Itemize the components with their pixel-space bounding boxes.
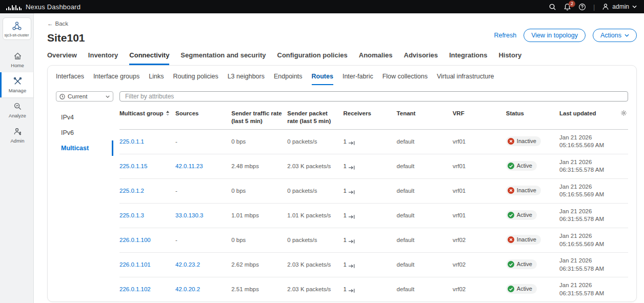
column-header-tenant: Tenant — [397, 108, 453, 129]
column-settings-gear-icon[interactable] — [620, 110, 627, 116]
user-menu[interactable]: admin — [602, 3, 637, 10]
multicast-group-link[interactable]: 225.0.1.3 — [119, 212, 171, 220]
vrf-cell: vrf01 — [453, 154, 506, 178]
tenant-cell: default — [397, 277, 453, 302]
tab-history[interactable]: History — [498, 51, 521, 65]
vrf-cell: vrf01 — [453, 178, 506, 203]
status-badge: Active — [506, 284, 537, 294]
subtab-interface-groups[interactable]: Interface groups — [93, 73, 139, 85]
subtab-routes[interactable]: Routes — [312, 73, 333, 85]
subtab-virtual-infrastructure[interactable]: Virtual infrastructure — [437, 73, 494, 85]
help-icon[interactable] — [578, 3, 586, 11]
sources-cell[interactable]: 42.0.23.2 — [175, 253, 231, 277]
receivers-count: 1 — [343, 187, 346, 195]
status-badge: Inactive — [506, 136, 541, 146]
multicast-group-link[interactable]: 225.0.1.2 — [119, 187, 171, 195]
subtab-links[interactable]: Links — [149, 73, 164, 85]
multicast-group-link[interactable]: 226.0.1.101 — [119, 261, 171, 269]
sort-icon[interactable] — [166, 111, 169, 116]
sources-cell[interactable]: - — [175, 129, 231, 154]
last-updated-line: Jan 21 2026 — [559, 134, 611, 142]
route-type-ipv6[interactable]: IPv6 — [56, 125, 113, 140]
column-header-sender-traffic-rate: Sender traffic rate (last 5 min) — [231, 108, 287, 129]
receivers-arrow-icon — [348, 165, 356, 170]
sidebar-item-analyze[interactable]: Analyze — [0, 97, 33, 123]
sender-traffic-rate: 0 bps — [231, 178, 287, 203]
chevron-down-icon — [632, 5, 637, 8]
subtab-l3-neighbors[interactable]: L3 neighbors — [228, 73, 265, 85]
sources-cell[interactable]: 33.0.130.3 — [175, 203, 231, 228]
multicast-group-link[interactable]: 226.0.1.102 — [119, 286, 171, 294]
tab-segmentation-security[interactable]: Segmentation and security — [180, 51, 266, 65]
table-row: 225.0.1.2 - 0 bps 0 packets/s 1 default … — [119, 178, 628, 203]
sidebar-item-manage[interactable]: Manage — [0, 72, 33, 97]
tab-overview[interactable]: Overview — [47, 51, 77, 65]
status-label: Active — [517, 260, 532, 268]
sender-traffic-rate: 0 bps — [231, 228, 287, 253]
actions-button[interactable]: Actions — [593, 29, 637, 42]
tab-inventory[interactable]: Inventory — [88, 51, 118, 65]
sidebar-item-admin[interactable]: Admin — [0, 123, 33, 148]
table-row: 225.0.1.3 33.0.130.3 1.01 mbps 1.01 K pa… — [119, 203, 628, 228]
last-updated-line: Jan 21 2026 — [559, 281, 611, 290]
subtab-routing-policies[interactable]: Routing policies — [173, 73, 218, 85]
route-type-ipv4[interactable]: IPv4 — [56, 110, 113, 125]
sources-cell[interactable]: - — [175, 228, 231, 253]
filter-input[interactable] — [119, 91, 628, 102]
column-header-multicast-group: Multicast group — [119, 110, 164, 117]
sender-packet-rate: 2.03 K packets/s — [287, 253, 343, 277]
sidebar-item-home[interactable]: Home — [0, 47, 33, 72]
user-name: admin — [612, 3, 629, 10]
time-range-dropdown[interactable]: Current — [56, 91, 113, 102]
multicast-group-link[interactable]: 225.0.1.1 — [119, 138, 171, 146]
status-active-icon — [508, 286, 514, 292]
receivers-arrow-icon — [348, 288, 356, 293]
multicast-group-link[interactable]: 226.0.1.100 — [119, 236, 171, 245]
source-entry[interactable]: 42.0.23.2 — [175, 261, 227, 269]
route-type-multicast[interactable]: Multicast — [56, 140, 113, 156]
sidebar-item-label: Admin — [11, 138, 25, 144]
source-entry: - — [175, 187, 227, 195]
status-badge: Active — [506, 210, 537, 220]
last-updated-cell: Jan 21 202606:31:55.578 AM — [559, 154, 615, 178]
subtab-flow-collections[interactable]: Flow collections — [383, 73, 428, 85]
view-in-topology-button[interactable]: View in topology — [524, 29, 586, 42]
source-entry[interactable]: 42.0.11.23 — [175, 163, 227, 171]
multicast-group-link[interactable]: 225.0.1.15 — [119, 163, 171, 171]
source-entry[interactable]: 33.0.130.3 — [175, 212, 227, 220]
table-header-row: Multicast group Sources Sender traffic r… — [119, 108, 628, 129]
status-label: Inactive — [517, 187, 536, 194]
connectivity-subtabs: Interfaces Interface groups Links Routin… — [56, 73, 636, 85]
cluster-selector[interactable]: sjc3-sit-cluster — [3, 17, 31, 40]
search-icon[interactable] — [549, 3, 556, 11]
column-header-sender-packet-rate: Sender packet rate (last 5 min) — [287, 108, 343, 129]
tab-advisories[interactable]: Advisories — [404, 51, 438, 65]
tab-anomalies[interactable]: Anomalies — [359, 51, 393, 65]
last-updated-cell: Jan 21 202605:16:55.569 AM — [559, 228, 615, 253]
tab-configuration-policies[interactable]: Configuration policies — [277, 51, 348, 65]
topbar-divider: | — [593, 3, 595, 11]
column-header-status: Status — [506, 108, 559, 129]
subtab-interfaces[interactable]: Interfaces — [56, 73, 84, 85]
tenant-cell: default — [397, 178, 453, 203]
refresh-link[interactable]: Refresh — [494, 32, 516, 39]
subtab-endpoints[interactable]: Endpoints — [274, 73, 303, 85]
tab-connectivity[interactable]: Connectivity — [129, 51, 169, 65]
source-entry[interactable]: 42.0.20.2 — [175, 286, 227, 294]
subtab-inter-fabric[interactable]: Inter-fabric — [343, 73, 373, 85]
source-entry: - — [175, 138, 227, 146]
status-label: Inactive — [517, 137, 536, 145]
receivers-arrow-icon — [348, 264, 356, 269]
vrf-cell: vrf02 — [453, 277, 506, 302]
status-label: Active — [517, 211, 532, 219]
notifications-bell-icon[interactable]: 2 — [564, 3, 571, 11]
last-updated-line: 06:31:55.578 AM — [559, 290, 611, 298]
receivers-count: 1 — [343, 286, 346, 294]
tab-integrations[interactable]: Integrations — [449, 51, 487, 65]
analyze-magnifier-icon — [13, 102, 22, 111]
sender-packet-rate: 2.03 K packets/s — [287, 277, 343, 302]
back-link[interactable]: ← Back — [47, 21, 68, 27]
sources-cell[interactable]: 42.0.11.23 — [175, 154, 231, 178]
sources-cell[interactable]: - — [175, 178, 231, 203]
sources-cell[interactable]: 42.0.20.2 — [175, 277, 231, 302]
